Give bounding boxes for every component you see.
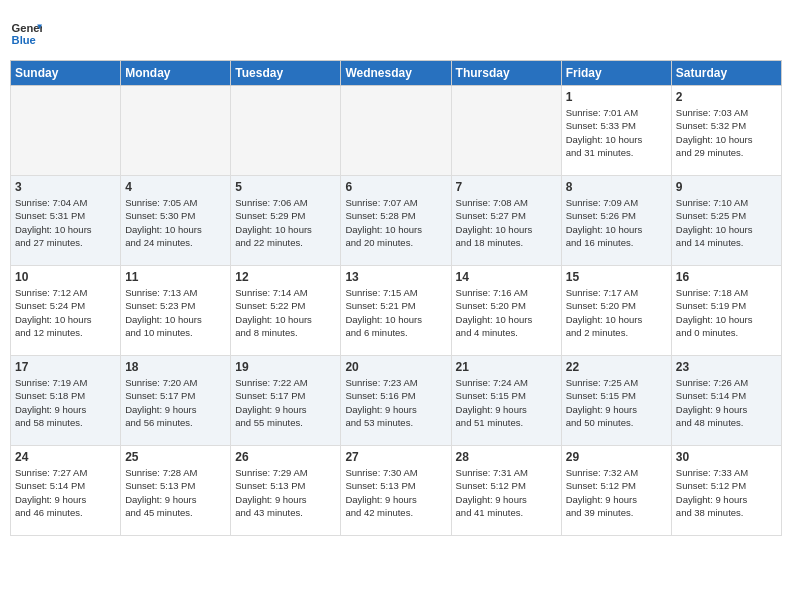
day-info: Sunrise: 7:27 AM Sunset: 5:14 PM Dayligh… — [15, 466, 116, 519]
weekday-header-tuesday: Tuesday — [231, 61, 341, 86]
calendar-cell — [11, 86, 121, 176]
logo-icon: General Blue — [10, 18, 42, 50]
weekday-header-sunday: Sunday — [11, 61, 121, 86]
calendar-cell: 30Sunrise: 7:33 AM Sunset: 5:12 PM Dayli… — [671, 446, 781, 536]
day-info: Sunrise: 7:25 AM Sunset: 5:15 PM Dayligh… — [566, 376, 667, 429]
day-info: Sunrise: 7:30 AM Sunset: 5:13 PM Dayligh… — [345, 466, 446, 519]
calendar-cell: 28Sunrise: 7:31 AM Sunset: 5:12 PM Dayli… — [451, 446, 561, 536]
svg-text:General: General — [12, 22, 42, 34]
weekday-header-thursday: Thursday — [451, 61, 561, 86]
day-number: 19 — [235, 360, 336, 374]
day-number: 9 — [676, 180, 777, 194]
calendar-cell: 10Sunrise: 7:12 AM Sunset: 5:24 PM Dayli… — [11, 266, 121, 356]
day-number: 22 — [566, 360, 667, 374]
calendar-cell: 21Sunrise: 7:24 AM Sunset: 5:15 PM Dayli… — [451, 356, 561, 446]
calendar-cell: 6Sunrise: 7:07 AM Sunset: 5:28 PM Daylig… — [341, 176, 451, 266]
calendar-cell: 1Sunrise: 7:01 AM Sunset: 5:33 PM Daylig… — [561, 86, 671, 176]
day-number: 12 — [235, 270, 336, 284]
day-info: Sunrise: 7:10 AM Sunset: 5:25 PM Dayligh… — [676, 196, 777, 249]
calendar-cell: 20Sunrise: 7:23 AM Sunset: 5:16 PM Dayli… — [341, 356, 451, 446]
page-header: General Blue — [10, 10, 782, 50]
logo: General Blue — [10, 18, 42, 50]
calendar-cell: 8Sunrise: 7:09 AM Sunset: 5:26 PM Daylig… — [561, 176, 671, 266]
calendar-cell: 9Sunrise: 7:10 AM Sunset: 5:25 PM Daylig… — [671, 176, 781, 266]
calendar-cell — [121, 86, 231, 176]
calendar-cell: 13Sunrise: 7:15 AM Sunset: 5:21 PM Dayli… — [341, 266, 451, 356]
svg-text:Blue: Blue — [12, 34, 36, 46]
day-info: Sunrise: 7:15 AM Sunset: 5:21 PM Dayligh… — [345, 286, 446, 339]
day-info: Sunrise: 7:05 AM Sunset: 5:30 PM Dayligh… — [125, 196, 226, 249]
day-number: 16 — [676, 270, 777, 284]
day-info: Sunrise: 7:28 AM Sunset: 5:13 PM Dayligh… — [125, 466, 226, 519]
day-number: 2 — [676, 90, 777, 104]
day-info: Sunrise: 7:07 AM Sunset: 5:28 PM Dayligh… — [345, 196, 446, 249]
calendar: SundayMondayTuesdayWednesdayThursdayFrid… — [10, 60, 782, 536]
calendar-cell: 11Sunrise: 7:13 AM Sunset: 5:23 PM Dayli… — [121, 266, 231, 356]
calendar-cell: 2Sunrise: 7:03 AM Sunset: 5:32 PM Daylig… — [671, 86, 781, 176]
calendar-cell: 14Sunrise: 7:16 AM Sunset: 5:20 PM Dayli… — [451, 266, 561, 356]
day-number: 30 — [676, 450, 777, 464]
calendar-cell: 7Sunrise: 7:08 AM Sunset: 5:27 PM Daylig… — [451, 176, 561, 266]
day-number: 11 — [125, 270, 226, 284]
calendar-cell: 25Sunrise: 7:28 AM Sunset: 5:13 PM Dayli… — [121, 446, 231, 536]
day-number: 18 — [125, 360, 226, 374]
day-info: Sunrise: 7:16 AM Sunset: 5:20 PM Dayligh… — [456, 286, 557, 339]
day-info: Sunrise: 7:23 AM Sunset: 5:16 PM Dayligh… — [345, 376, 446, 429]
day-info: Sunrise: 7:17 AM Sunset: 5:20 PM Dayligh… — [566, 286, 667, 339]
day-info: Sunrise: 7:29 AM Sunset: 5:13 PM Dayligh… — [235, 466, 336, 519]
day-info: Sunrise: 7:01 AM Sunset: 5:33 PM Dayligh… — [566, 106, 667, 159]
day-info: Sunrise: 7:04 AM Sunset: 5:31 PM Dayligh… — [15, 196, 116, 249]
calendar-cell: 18Sunrise: 7:20 AM Sunset: 5:17 PM Dayli… — [121, 356, 231, 446]
day-number: 15 — [566, 270, 667, 284]
weekday-header-friday: Friday — [561, 61, 671, 86]
day-number: 6 — [345, 180, 446, 194]
calendar-week-3: 10Sunrise: 7:12 AM Sunset: 5:24 PM Dayli… — [11, 266, 782, 356]
calendar-header-row: SundayMondayTuesdayWednesdayThursdayFrid… — [11, 61, 782, 86]
day-info: Sunrise: 7:31 AM Sunset: 5:12 PM Dayligh… — [456, 466, 557, 519]
day-info: Sunrise: 7:06 AM Sunset: 5:29 PM Dayligh… — [235, 196, 336, 249]
day-number: 1 — [566, 90, 667, 104]
calendar-cell: 24Sunrise: 7:27 AM Sunset: 5:14 PM Dayli… — [11, 446, 121, 536]
day-number: 29 — [566, 450, 667, 464]
day-info: Sunrise: 7:20 AM Sunset: 5:17 PM Dayligh… — [125, 376, 226, 429]
day-number: 25 — [125, 450, 226, 464]
day-number: 27 — [345, 450, 446, 464]
calendar-cell: 5Sunrise: 7:06 AM Sunset: 5:29 PM Daylig… — [231, 176, 341, 266]
weekday-header-wednesday: Wednesday — [341, 61, 451, 86]
day-number: 28 — [456, 450, 557, 464]
day-number: 20 — [345, 360, 446, 374]
calendar-cell: 26Sunrise: 7:29 AM Sunset: 5:13 PM Dayli… — [231, 446, 341, 536]
day-number: 8 — [566, 180, 667, 194]
day-info: Sunrise: 7:22 AM Sunset: 5:17 PM Dayligh… — [235, 376, 336, 429]
day-number: 14 — [456, 270, 557, 284]
calendar-cell — [231, 86, 341, 176]
day-info: Sunrise: 7:33 AM Sunset: 5:12 PM Dayligh… — [676, 466, 777, 519]
calendar-cell: 19Sunrise: 7:22 AM Sunset: 5:17 PM Dayli… — [231, 356, 341, 446]
calendar-cell: 29Sunrise: 7:32 AM Sunset: 5:12 PM Dayli… — [561, 446, 671, 536]
day-info: Sunrise: 7:26 AM Sunset: 5:14 PM Dayligh… — [676, 376, 777, 429]
day-number: 17 — [15, 360, 116, 374]
calendar-cell: 12Sunrise: 7:14 AM Sunset: 5:22 PM Dayli… — [231, 266, 341, 356]
weekday-header-saturday: Saturday — [671, 61, 781, 86]
day-info: Sunrise: 7:03 AM Sunset: 5:32 PM Dayligh… — [676, 106, 777, 159]
calendar-week-1: 1Sunrise: 7:01 AM Sunset: 5:33 PM Daylig… — [11, 86, 782, 176]
calendar-cell: 17Sunrise: 7:19 AM Sunset: 5:18 PM Dayli… — [11, 356, 121, 446]
calendar-cell: 16Sunrise: 7:18 AM Sunset: 5:19 PM Dayli… — [671, 266, 781, 356]
day-number: 21 — [456, 360, 557, 374]
day-number: 3 — [15, 180, 116, 194]
calendar-cell: 27Sunrise: 7:30 AM Sunset: 5:13 PM Dayli… — [341, 446, 451, 536]
day-number: 5 — [235, 180, 336, 194]
calendar-cell: 3Sunrise: 7:04 AM Sunset: 5:31 PM Daylig… — [11, 176, 121, 266]
day-number: 23 — [676, 360, 777, 374]
day-info: Sunrise: 7:24 AM Sunset: 5:15 PM Dayligh… — [456, 376, 557, 429]
calendar-cell — [451, 86, 561, 176]
day-number: 13 — [345, 270, 446, 284]
day-info: Sunrise: 7:19 AM Sunset: 5:18 PM Dayligh… — [15, 376, 116, 429]
day-info: Sunrise: 7:12 AM Sunset: 5:24 PM Dayligh… — [15, 286, 116, 339]
day-info: Sunrise: 7:18 AM Sunset: 5:19 PM Dayligh… — [676, 286, 777, 339]
calendar-cell: 22Sunrise: 7:25 AM Sunset: 5:15 PM Dayli… — [561, 356, 671, 446]
day-number: 24 — [15, 450, 116, 464]
calendar-cell: 4Sunrise: 7:05 AM Sunset: 5:30 PM Daylig… — [121, 176, 231, 266]
calendar-week-5: 24Sunrise: 7:27 AM Sunset: 5:14 PM Dayli… — [11, 446, 782, 536]
calendar-week-2: 3Sunrise: 7:04 AM Sunset: 5:31 PM Daylig… — [11, 176, 782, 266]
